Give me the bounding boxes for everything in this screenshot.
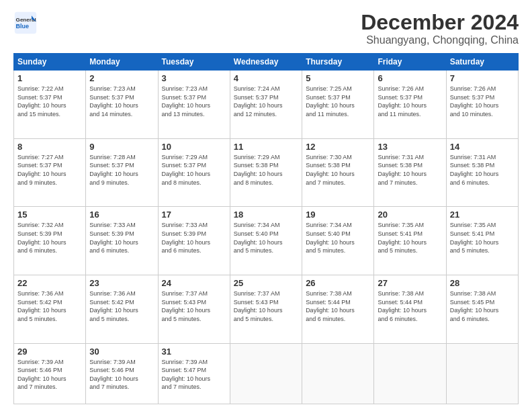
day-cell-25: 25Sunrise: 7:37 AM Sunset: 5:43 PM Dayli… bbox=[230, 275, 302, 344]
day-info: Sunrise: 7:31 AM Sunset: 5:38 PM Dayligh… bbox=[450, 153, 515, 187]
day-cell-15: 15Sunrise: 7:32 AM Sunset: 5:39 PM Dayli… bbox=[14, 207, 86, 275]
day-info: Sunrise: 7:27 AM Sunset: 5:37 PM Dayligh… bbox=[17, 153, 82, 187]
day-info: Sunrise: 7:37 AM Sunset: 5:43 PM Dayligh… bbox=[234, 289, 298, 323]
day-cell-5: 5Sunrise: 7:25 AM Sunset: 5:37 PM Daylig… bbox=[302, 71, 374, 139]
day-cell-16: 16Sunrise: 7:33 AM Sunset: 5:39 PM Dayli… bbox=[86, 207, 158, 275]
day-number: 13 bbox=[378, 142, 442, 152]
day-cell-28: 28Sunrise: 7:38 AM Sunset: 5:45 PM Dayli… bbox=[446, 275, 518, 344]
day-number: 4 bbox=[234, 73, 298, 83]
day-info: Sunrise: 7:25 AM Sunset: 5:37 PM Dayligh… bbox=[306, 85, 370, 118]
day-number: 25 bbox=[234, 278, 298, 288]
day-info: Sunrise: 7:38 AM Sunset: 5:45 PM Dayligh… bbox=[450, 289, 515, 323]
weekday-header-sunday: Sunday bbox=[14, 54, 86, 71]
day-number: 5 bbox=[306, 73, 370, 83]
day-number: 27 bbox=[378, 278, 442, 288]
day-cell-1: 1Sunrise: 7:22 AM Sunset: 5:37 PM Daylig… bbox=[14, 71, 86, 139]
weekday-header-friday: Friday bbox=[374, 54, 446, 71]
day-number: 2 bbox=[89, 73, 154, 83]
day-cell-13: 13Sunrise: 7:31 AM Sunset: 5:38 PM Dayli… bbox=[374, 138, 446, 207]
weekday-header-wednesday: Wednesday bbox=[230, 54, 302, 71]
day-info: Sunrise: 7:22 AM Sunset: 5:37 PM Dayligh… bbox=[17, 85, 82, 118]
page: General Blue December 2024 Shuangyang, C… bbox=[0, 0, 532, 411]
day-cell-6: 6Sunrise: 7:26 AM Sunset: 5:37 PM Daylig… bbox=[374, 71, 446, 139]
day-cell-7: 7Sunrise: 7:26 AM Sunset: 5:37 PM Daylig… bbox=[446, 71, 518, 139]
empty-cell bbox=[446, 343, 518, 404]
day-info: Sunrise: 7:29 AM Sunset: 5:38 PM Dayligh… bbox=[234, 153, 298, 187]
day-info: Sunrise: 7:29 AM Sunset: 5:37 PM Dayligh… bbox=[162, 153, 226, 187]
day-number: 26 bbox=[306, 278, 370, 288]
week-row-5: 29Sunrise: 7:39 AM Sunset: 5:46 PM Dayli… bbox=[14, 343, 519, 404]
day-cell-26: 26Sunrise: 7:38 AM Sunset: 5:44 PM Dayli… bbox=[302, 275, 374, 344]
week-row-1: 1Sunrise: 7:22 AM Sunset: 5:37 PM Daylig… bbox=[14, 71, 519, 139]
day-cell-11: 11Sunrise: 7:29 AM Sunset: 5:38 PM Dayli… bbox=[230, 138, 302, 207]
day-info: Sunrise: 7:35 AM Sunset: 5:41 PM Dayligh… bbox=[450, 221, 515, 255]
day-info: Sunrise: 7:28 AM Sunset: 5:37 PM Dayligh… bbox=[89, 153, 154, 187]
day-cell-31: 31Sunrise: 7:39 AM Sunset: 5:47 PM Dayli… bbox=[158, 343, 230, 404]
weekday-header-monday: Monday bbox=[86, 54, 158, 71]
day-info: Sunrise: 7:39 AM Sunset: 5:46 PM Dayligh… bbox=[17, 358, 82, 392]
week-row-4: 22Sunrise: 7:36 AM Sunset: 5:42 PM Dayli… bbox=[14, 275, 519, 344]
weekday-header-thursday: Thursday bbox=[302, 54, 374, 71]
day-info: Sunrise: 7:34 AM Sunset: 5:40 PM Dayligh… bbox=[234, 221, 298, 255]
day-number: 1 bbox=[17, 73, 82, 83]
day-number: 8 bbox=[17, 142, 82, 152]
day-number: 23 bbox=[89, 278, 154, 288]
day-info: Sunrise: 7:34 AM Sunset: 5:40 PM Dayligh… bbox=[306, 221, 370, 255]
day-number: 28 bbox=[450, 278, 515, 288]
day-number: 6 bbox=[378, 73, 442, 83]
day-info: Sunrise: 7:26 AM Sunset: 5:37 PM Dayligh… bbox=[378, 85, 442, 118]
empty-cell bbox=[230, 343, 302, 404]
header: General Blue December 2024 Shuangyang, C… bbox=[13, 11, 519, 46]
day-cell-18: 18Sunrise: 7:34 AM Sunset: 5:40 PM Dayli… bbox=[230, 207, 302, 275]
day-number: 30 bbox=[89, 347, 154, 357]
weekday-header-saturday: Saturday bbox=[446, 54, 518, 71]
day-cell-30: 30Sunrise: 7:39 AM Sunset: 5:46 PM Dayli… bbox=[86, 343, 158, 404]
day-number: 31 bbox=[162, 347, 226, 357]
day-number: 18 bbox=[234, 210, 298, 220]
week-row-3: 15Sunrise: 7:32 AM Sunset: 5:39 PM Dayli… bbox=[14, 207, 519, 275]
day-number: 9 bbox=[89, 142, 154, 152]
day-number: 16 bbox=[89, 210, 154, 220]
day-info: Sunrise: 7:24 AM Sunset: 5:37 PM Dayligh… bbox=[234, 85, 298, 118]
day-number: 3 bbox=[162, 73, 226, 83]
day-info: Sunrise: 7:38 AM Sunset: 5:44 PM Dayligh… bbox=[378, 289, 442, 323]
day-cell-20: 20Sunrise: 7:35 AM Sunset: 5:41 PM Dayli… bbox=[374, 207, 446, 275]
title-block: December 2024 Shuangyang, Chongqing, Chi… bbox=[361, 11, 519, 46]
day-number: 11 bbox=[234, 142, 298, 152]
day-number: 24 bbox=[162, 278, 226, 288]
day-number: 22 bbox=[17, 278, 82, 288]
day-info: Sunrise: 7:31 AM Sunset: 5:38 PM Dayligh… bbox=[378, 153, 442, 187]
day-number: 14 bbox=[450, 142, 515, 152]
day-cell-24: 24Sunrise: 7:37 AM Sunset: 5:43 PM Dayli… bbox=[158, 275, 230, 344]
day-cell-10: 10Sunrise: 7:29 AM Sunset: 5:37 PM Dayli… bbox=[158, 138, 230, 207]
day-cell-23: 23Sunrise: 7:36 AM Sunset: 5:42 PM Dayli… bbox=[86, 275, 158, 344]
day-info: Sunrise: 7:36 AM Sunset: 5:42 PM Dayligh… bbox=[17, 289, 82, 323]
day-cell-2: 2Sunrise: 7:23 AM Sunset: 5:37 PM Daylig… bbox=[86, 71, 158, 139]
day-number: 20 bbox=[378, 210, 442, 220]
day-cell-12: 12Sunrise: 7:30 AM Sunset: 5:38 PM Dayli… bbox=[302, 138, 374, 207]
calendar-table: SundayMondayTuesdayWednesdayThursdayFrid… bbox=[13, 53, 519, 404]
day-cell-21: 21Sunrise: 7:35 AM Sunset: 5:41 PM Dayli… bbox=[446, 207, 518, 275]
day-cell-14: 14Sunrise: 7:31 AM Sunset: 5:38 PM Dayli… bbox=[446, 138, 518, 207]
day-number: 15 bbox=[17, 210, 82, 220]
day-number: 29 bbox=[17, 347, 82, 357]
day-cell-9: 9Sunrise: 7:28 AM Sunset: 5:37 PM Daylig… bbox=[86, 138, 158, 207]
day-info: Sunrise: 7:32 AM Sunset: 5:39 PM Dayligh… bbox=[17, 221, 82, 255]
day-info: Sunrise: 7:30 AM Sunset: 5:38 PM Dayligh… bbox=[306, 153, 370, 187]
day-cell-29: 29Sunrise: 7:39 AM Sunset: 5:46 PM Dayli… bbox=[14, 343, 86, 404]
day-number: 17 bbox=[162, 210, 226, 220]
day-info: Sunrise: 7:39 AM Sunset: 5:46 PM Dayligh… bbox=[89, 358, 154, 392]
day-cell-19: 19Sunrise: 7:34 AM Sunset: 5:40 PM Dayli… bbox=[302, 207, 374, 275]
day-info: Sunrise: 7:37 AM Sunset: 5:43 PM Dayligh… bbox=[162, 289, 226, 323]
day-number: 10 bbox=[162, 142, 226, 152]
weekday-header-row: SundayMondayTuesdayWednesdayThursdayFrid… bbox=[14, 54, 519, 71]
day-cell-17: 17Sunrise: 7:33 AM Sunset: 5:39 PM Dayli… bbox=[158, 207, 230, 275]
empty-cell bbox=[374, 343, 446, 404]
day-cell-8: 8Sunrise: 7:27 AM Sunset: 5:37 PM Daylig… bbox=[14, 138, 86, 207]
day-info: Sunrise: 7:26 AM Sunset: 5:37 PM Dayligh… bbox=[450, 85, 515, 118]
week-row-2: 8Sunrise: 7:27 AM Sunset: 5:37 PM Daylig… bbox=[14, 138, 519, 207]
main-title: December 2024 bbox=[361, 11, 519, 34]
day-number: 7 bbox=[450, 73, 515, 83]
sub-title: Shuangyang, Chongqing, China bbox=[361, 34, 519, 46]
day-number: 19 bbox=[306, 210, 370, 220]
